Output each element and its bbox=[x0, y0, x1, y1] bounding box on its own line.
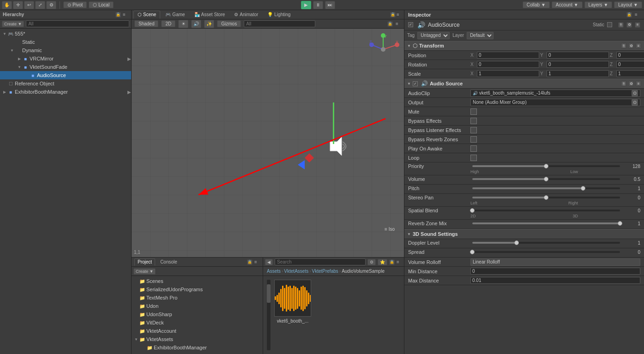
static-check[interactable] bbox=[607, 22, 612, 27]
assets-scrollbar[interactable] bbox=[267, 280, 271, 350]
max-dist-input[interactable] bbox=[470, 277, 640, 284]
stereo-track[interactable] bbox=[472, 197, 620, 198]
tree-item-refobj[interactable]: ☐ Reference Object bbox=[0, 79, 131, 88]
tree-item-555[interactable]: 🎮 555* bbox=[0, 30, 131, 38]
loop-check[interactable] bbox=[470, 155, 477, 161]
tag-dropdown[interactable]: Untagged bbox=[417, 32, 450, 39]
volume-track[interactable] bbox=[472, 178, 620, 180]
layout-dropdown[interactable]: Layout ▼ bbox=[614, 1, 642, 8]
sc-x-input[interactable] bbox=[477, 70, 539, 77]
assets-scrollbar-thumb[interactable] bbox=[267, 284, 271, 303]
tool-hand[interactable]: ✋ bbox=[2, 1, 12, 9]
proj-udonsharp[interactable]: 📁 UdonSharp bbox=[132, 310, 263, 318]
gizmos-dropdown[interactable]: Gizmos bbox=[217, 20, 241, 27]
scene-view[interactable]: Y X Z bbox=[132, 29, 404, 257]
hierarchy-create-btn[interactable]: Create ▼ bbox=[2, 21, 24, 27]
proj-vitdeck[interactable]: 📁 VitDeck bbox=[132, 318, 263, 327]
audioclip-select-btn[interactable]: ⊙ bbox=[632, 90, 638, 96]
tool-scale[interactable]: ⤢ bbox=[35, 1, 45, 9]
inspector-more[interactable]: ≡ bbox=[635, 12, 640, 18]
layer-dropdown[interactable]: Default bbox=[467, 32, 494, 39]
scene-lock[interactable]: 🔒 bbox=[390, 12, 396, 18]
hierarchy-more[interactable]: ≡ bbox=[123, 12, 128, 18]
priority-track[interactable] bbox=[472, 165, 620, 167]
audio-btn1[interactable]: ⎘ bbox=[621, 81, 626, 86]
pivot-dropdown[interactable]: ⊙ Pivot bbox=[63, 1, 87, 8]
tab-console[interactable]: Console bbox=[157, 258, 181, 266]
proj-exhibitor2[interactable]: 📁 ExhibitorBoothManager bbox=[132, 343, 263, 352]
step-button[interactable]: ⏭ bbox=[325, 1, 335, 9]
pitch-thumb[interactable] bbox=[581, 186, 585, 191]
tree-item-soundfade[interactable]: ■ VktetSoundFade bbox=[0, 63, 131, 71]
doppler-thumb[interactable] bbox=[514, 240, 519, 245]
tree-item-vrcmirror[interactable]: ■ VRCMirror ▶ bbox=[0, 54, 131, 63]
output-select-btn[interactable]: ⊙ bbox=[632, 99, 638, 106]
priority-thumb[interactable] bbox=[544, 164, 548, 168]
min-dist-input[interactable] bbox=[470, 268, 640, 275]
mute-check[interactable] bbox=[470, 108, 477, 115]
assets-lock[interactable]: 🔒 bbox=[389, 259, 395, 265]
tool-rect[interactable]: ⚙ bbox=[46, 1, 56, 9]
audioclip-field[interactable]: 🔊 vket6_booth_samplemusic_-14lufs ⊙ bbox=[470, 90, 640, 97]
audio-btn2[interactable]: ⚙ bbox=[628, 81, 634, 86]
inspector-lock[interactable]: 🔒 bbox=[626, 12, 632, 18]
pos-z-input[interactable] bbox=[616, 52, 644, 59]
play-awake-check[interactable] bbox=[470, 145, 477, 152]
rot-z-input[interactable] bbox=[616, 61, 644, 68]
spread-thumb[interactable] bbox=[470, 250, 475, 254]
tab-lighting[interactable]: 💡 Lighting bbox=[263, 11, 295, 19]
comp-icon-btn1[interactable]: ⎘ bbox=[618, 22, 624, 28]
hierarchy-lock[interactable]: 🔒 bbox=[115, 12, 121, 18]
rot-y-input[interactable] bbox=[547, 61, 609, 68]
assets-search[interactable] bbox=[275, 258, 366, 265]
tab-project[interactable]: Project bbox=[134, 258, 155, 266]
comp-icon-btn2[interactable]: ⚙ bbox=[626, 22, 632, 28]
transform-btn3[interactable]: ≡ bbox=[636, 43, 641, 48]
proj-textmesh[interactable]: 📁 TextMesh Pro bbox=[132, 294, 263, 302]
hierarchy-search[interactable] bbox=[26, 20, 129, 27]
asset-vket6[interactable]: vket6_booth_... bbox=[274, 280, 311, 350]
tree-arrow-dynamic[interactable] bbox=[9, 48, 15, 53]
project-more[interactable]: ≡ bbox=[254, 259, 260, 265]
pos-y-input[interactable] bbox=[547, 52, 609, 59]
breadcrumb-assets[interactable]: Assets bbox=[267, 269, 281, 274]
proj-vketaccount[interactable]: 📁 VktetAccount bbox=[132, 327, 263, 335]
assets-scroll-icon[interactable]: ⚙ bbox=[367, 259, 376, 265]
tree-item-dynamic[interactable]: Dynamic bbox=[0, 46, 131, 54]
tree-item-static[interactable]: Static bbox=[0, 38, 131, 46]
rot-x-input[interactable] bbox=[477, 61, 539, 68]
collab-dropdown[interactable]: Collab ▼ bbox=[523, 1, 550, 8]
audio-source-enabled[interactable] bbox=[413, 81, 418, 86]
spread-track[interactable] bbox=[472, 251, 620, 253]
rolloff-dropdown[interactable]: Linear Rolloff bbox=[470, 258, 640, 266]
transform-btn1[interactable]: ⎘ bbox=[621, 43, 626, 48]
tree-item-audiosource[interactable]: ■ AudioSource bbox=[0, 71, 131, 79]
output-field[interactable]: None (Audio Mixer Group) ⊙ bbox=[470, 99, 640, 106]
doppler-track[interactable] bbox=[472, 242, 620, 244]
proj-udon[interactable]: 📁 SerializedUdonPrograms bbox=[132, 285, 263, 294]
reverb-thumb[interactable] bbox=[618, 221, 622, 226]
play-button[interactable]: ▶ bbox=[301, 1, 311, 9]
assets-scroll-left[interactable]: ◀ bbox=[265, 259, 273, 265]
pitch-track[interactable] bbox=[472, 187, 620, 189]
pos-x-input[interactable] bbox=[477, 52, 539, 59]
sc-z-input[interactable] bbox=[616, 70, 644, 77]
fx-btn[interactable]: ✨ bbox=[204, 20, 214, 28]
tab-game[interactable]: 🎮 Game bbox=[161, 11, 189, 19]
volume-thumb[interactable] bbox=[544, 177, 548, 181]
comp-icon-btn3[interactable]: ≡ bbox=[635, 22, 640, 28]
transform-btn2[interactable]: ⚙ bbox=[628, 43, 634, 48]
proj-vketassets[interactable]: 📁 VktetAssets bbox=[132, 335, 263, 343]
scene-panel-more[interactable]: ≡ bbox=[396, 21, 401, 27]
shade-dropdown[interactable]: Shaded bbox=[134, 20, 158, 27]
scene-panel-lock[interactable]: 🔒 bbox=[387, 21, 393, 27]
spatial-thumb[interactable] bbox=[470, 208, 475, 213]
proj-scenes[interactable]: 📁 Scenes bbox=[132, 277, 263, 285]
pause-button[interactable]: ⏸ bbox=[313, 1, 323, 9]
scene-more[interactable]: ≡ bbox=[397, 12, 402, 18]
comp-enabled-check[interactable] bbox=[408, 22, 413, 27]
assets-more[interactable]: ≡ bbox=[397, 259, 402, 265]
audio-btn3[interactable]: ≡ bbox=[636, 81, 641, 86]
proj-fonts[interactable]: 📁 Fonts bbox=[132, 352, 263, 354]
project-lock[interactable]: 🔒 bbox=[247, 259, 253, 265]
